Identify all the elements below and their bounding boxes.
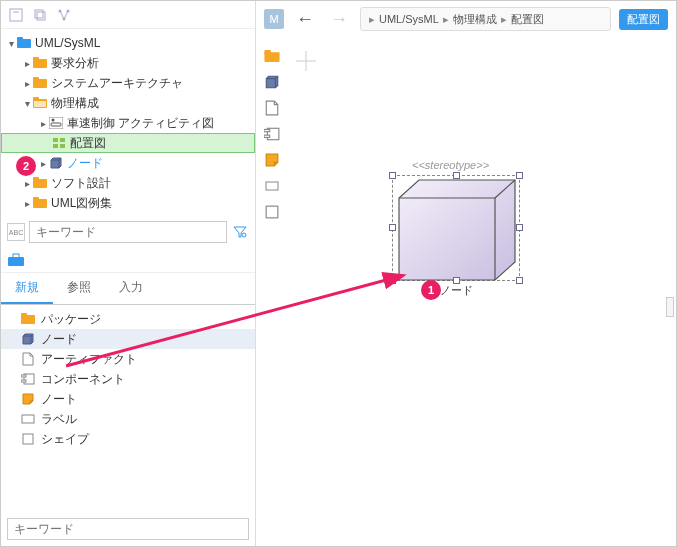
palette-note-icon[interactable] <box>262 151 282 169</box>
tree-item-requirements[interactable]: ▸ 要求分析 <box>1 53 255 73</box>
svg-rect-12 <box>33 77 39 81</box>
mid-toolbar <box>1 247 255 273</box>
svg-rect-8 <box>17 37 23 41</box>
svg-rect-42 <box>23 434 33 444</box>
stereotype-label: <<stereotype>> <box>412 159 489 171</box>
crosshair-icon <box>296 51 316 71</box>
cuboid-icon <box>21 332 35 346</box>
palette-item-node[interactable]: ノード <box>1 329 255 349</box>
tree-label: UML図例集 <box>51 195 112 212</box>
palette-cuboid-icon[interactable] <box>262 73 282 91</box>
svg-rect-34 <box>21 313 27 317</box>
expander-icon[interactable]: ▸ <box>21 178 33 189</box>
svg-rect-19 <box>53 138 58 142</box>
svg-rect-44 <box>264 50 271 54</box>
folder-icon <box>33 177 47 189</box>
expander-icon[interactable]: ▸ <box>37 118 49 129</box>
deployment-icon <box>52 137 66 149</box>
diagram-type-badge[interactable]: 配置図 <box>619 9 668 30</box>
activity-icon <box>49 117 63 129</box>
copy-icon[interactable] <box>31 6 49 24</box>
canvas[interactable]: <<stereotype>> <box>256 37 676 547</box>
palette-item-artifact[interactable]: アーティファクト <box>1 349 255 369</box>
svg-rect-2 <box>35 10 43 18</box>
palette-document-icon[interactable] <box>262 99 282 117</box>
svg-rect-22 <box>60 144 65 148</box>
abc-icon[interactable]: ABC <box>7 223 25 241</box>
folder-icon <box>33 77 47 89</box>
svg-rect-40 <box>21 380 26 382</box>
model-tree: ▾ UML/SysML ▸ 要求分析 ▸ システムアーキテクチャ ▾ 物理構成 … <box>1 29 255 217</box>
expander-icon[interactable]: ▾ <box>21 98 33 109</box>
svg-rect-21 <box>53 144 58 148</box>
expander-icon[interactable]: ▸ <box>21 58 33 69</box>
tree-item-deployment[interactable]: 配置図 <box>1 133 255 153</box>
svg-rect-50 <box>264 135 270 137</box>
node-shape[interactable]: <<stereotype>> <box>392 175 522 295</box>
breadcrumb-item[interactable]: UML/SysML <box>379 13 439 25</box>
nav-forward-icon: → <box>326 9 352 30</box>
svg-rect-20 <box>60 138 65 142</box>
palette-search-input[interactable] <box>7 518 249 540</box>
model-badge[interactable]: M <box>264 9 284 29</box>
expander-icon[interactable]: ▸ <box>21 78 33 89</box>
tree-label: 車速制御 アクティビティ図 <box>67 115 214 132</box>
svg-point-17 <box>52 119 55 122</box>
nav-back-icon[interactable]: ← <box>292 9 318 30</box>
tab-reference[interactable]: 参照 <box>53 273 105 304</box>
expander-icon[interactable]: ▾ <box>5 38 17 49</box>
palette-label: ラベル <box>41 411 77 428</box>
tree-label: ノード <box>67 155 103 172</box>
breadcrumb[interactable]: ▸ UML/SysML ▸ 物理構成 ▸ 配置図 <box>360 7 611 31</box>
tab-new[interactable]: 新規 <box>1 273 53 304</box>
structure-icon[interactable] <box>55 6 73 24</box>
breadcrumb-item[interactable]: 配置図 <box>511 12 544 27</box>
palette-item-package[interactable]: パッケージ <box>1 309 255 329</box>
tree-label: 要求分析 <box>51 55 99 72</box>
palette-label: ノード <box>41 331 77 348</box>
tree-item-softdesign[interactable]: ▸ ソフト設計 <box>1 173 255 193</box>
toolbox-icon[interactable] <box>7 251 25 269</box>
tree-label: 配置図 <box>70 135 106 152</box>
callout-1: 1 <box>421 280 441 300</box>
tree-search: ABC <box>1 217 255 247</box>
tab-input[interactable]: 入力 <box>105 273 157 304</box>
tree-item-physical[interactable]: ▾ 物理構成 <box>1 93 255 113</box>
tree-item-node[interactable]: ▸ ノード <box>1 153 255 173</box>
palette-folder-icon[interactable] <box>262 47 282 65</box>
svg-rect-39 <box>21 375 26 377</box>
palette-item-label[interactable]: ラベル <box>1 409 255 429</box>
folder-open-icon <box>33 97 47 109</box>
svg-rect-3 <box>37 12 45 20</box>
palette-label: ノート <box>41 391 77 408</box>
palette-tabs: 新規 参照 入力 <box>1 273 255 305</box>
collapse-icon[interactable] <box>7 6 25 24</box>
project-icon <box>17 37 31 49</box>
expander-icon[interactable]: ▸ <box>21 198 33 209</box>
svg-rect-41 <box>22 415 34 423</box>
cuboid-icon <box>49 157 63 169</box>
svg-rect-14 <box>33 97 39 101</box>
folder-icon <box>33 197 47 209</box>
palette-component-icon[interactable] <box>262 125 282 143</box>
label-icon <box>21 412 35 426</box>
tree-search-input[interactable] <box>29 221 227 243</box>
palette-list: パッケージ ノード アーティファクト コンポーネント ノート <box>1 305 255 453</box>
expander-icon[interactable]: ▸ <box>37 158 49 169</box>
tree-item-examples[interactable]: ▸ UML図例集 <box>1 193 255 213</box>
breadcrumb-item[interactable]: 物理構成 <box>453 12 497 27</box>
palette-item-component[interactable]: コンポーネント <box>1 369 255 389</box>
node-label: ノード <box>440 283 473 298</box>
tree-item-activity[interactable]: ▸ 車速制御 アクティビティ図 <box>1 113 255 133</box>
palette-shape-icon[interactable] <box>262 203 282 221</box>
filter-icon[interactable] <box>231 223 249 241</box>
palette-label-icon[interactable] <box>262 177 282 195</box>
palette-item-note[interactable]: ノート <box>1 389 255 409</box>
svg-rect-29 <box>33 197 39 201</box>
tree-item-sysarch[interactable]: ▸ システムアーキテクチャ <box>1 73 255 93</box>
tree-root[interactable]: ▾ UML/SysML <box>1 33 255 53</box>
palette-item-shape[interactable]: シェイプ <box>1 429 255 449</box>
folder-icon <box>33 57 47 69</box>
note-icon <box>21 392 35 406</box>
right-panel-handle[interactable] <box>666 297 674 317</box>
